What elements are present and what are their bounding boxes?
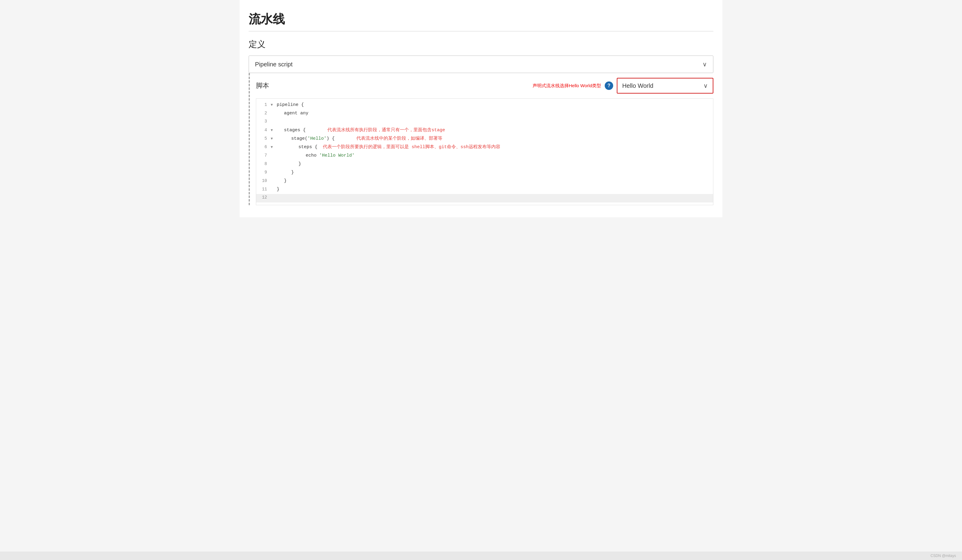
line-number: 11 (256, 186, 271, 193)
code-editor[interactable]: 1▼pipeline {2agent any34▼stages { 代表流水线所… (256, 98, 713, 205)
code-line: 10} (256, 177, 713, 186)
line-content: stage('Hello') { 代表流水线中的某个阶段，如编译、部署等 (276, 135, 713, 143)
page-title: 流水线 (249, 6, 713, 31)
line-number: 6 (256, 144, 271, 151)
code-line: 12 (256, 194, 713, 202)
code-token-comment: 代表一个阶段所要执行的逻辑，里面可以是 shell脚本、git命令、ssh远程发… (318, 145, 500, 150)
line-arrow: ▼ (271, 144, 276, 150)
code-line: 1▼pipeline { (256, 101, 713, 110)
line-number: 1 (256, 102, 271, 109)
section-title: 定义 (249, 39, 713, 50)
line-content: stages { 代表流水线所有执行阶段，通常只有一个，里面包含stage (276, 126, 713, 134)
code-token-keyword: ) { (326, 136, 335, 141)
code-line: 2agent any (256, 110, 713, 118)
script-header-right: 声明式流水线选择Hello World类型 ? Hello World ∨ (533, 78, 713, 94)
line-content: } (276, 160, 713, 168)
bottom-bar: CSDN @mitays (0, 552, 962, 560)
code-line: 6▼steps { 代表一个阶段所要执行的逻辑，里面可以是 shell脚本、gi… (256, 143, 713, 152)
hint-text: 声明式流水线选择Hello World类型 (533, 83, 601, 89)
line-arrow: ▼ (271, 136, 276, 142)
line-number: 12 (256, 194, 271, 201)
line-number: 4 (256, 127, 271, 134)
code-token-comment: 代表流水线所有执行阶段，通常只有一个，里面包含stage (306, 127, 445, 133)
pipeline-script-select[interactable]: Pipeline script ∨ (249, 56, 713, 73)
hello-world-dropdown[interactable]: Hello World ∨ (617, 78, 713, 94)
code-line: 11} (256, 186, 713, 194)
line-number: 3 (256, 118, 271, 125)
code-token-keyword: steps { (299, 145, 318, 150)
code-token-comment: 代表流水线中的某个阶段，如编译、部署等 (335, 136, 442, 141)
code-token-keyword: stage( (291, 136, 307, 141)
line-number: 9 (256, 169, 271, 176)
script-section: 脚本 声明式流水线选择Hello World类型 ? Hello World ∨… (249, 73, 713, 205)
code-token-keyword: echo (306, 153, 319, 158)
code-line: 8} (256, 160, 713, 169)
code-line: 7echo 'Hello World' (256, 152, 713, 160)
code-token-string: 'Hello World' (319, 153, 355, 158)
code-line: 4▼stages { 代表流水线所有执行阶段，通常只有一个，里面包含stage (256, 126, 713, 135)
code-token-keyword: pipeline { (277, 102, 304, 107)
script-label: 脚本 (256, 81, 269, 90)
pipeline-script-select-wrapper[interactable]: Pipeline script ∨ (249, 55, 713, 73)
line-content: echo 'Hello World' (276, 152, 713, 160)
line-number: 8 (256, 160, 271, 168)
line-number: 7 (256, 152, 271, 159)
line-number: 2 (256, 110, 271, 117)
code-line: 9} (256, 169, 713, 177)
line-arrow: ▼ (271, 127, 276, 133)
line-arrow: ▼ (271, 102, 276, 108)
script-header: 脚本 声明式流水线选择Hello World类型 ? Hello World ∨ (256, 73, 713, 97)
page-container: 流水线 定义 Pipeline script ∨ 脚本 声明式流水线选择Hell… (240, 0, 722, 217)
code-line: 5▼stage('Hello') { 代表流水线中的某个阶段，如编译、部署等 (256, 135, 713, 143)
watermark: CSDN @mitays (931, 554, 956, 558)
code-token-keyword: stages { (284, 127, 306, 133)
line-number: 10 (256, 178, 271, 185)
line-content: } (276, 177, 713, 185)
pipeline-script-label: Pipeline script (255, 61, 293, 68)
help-icon[interactable]: ? (605, 81, 613, 90)
line-content: steps { 代表一个阶段所要执行的逻辑，里面可以是 shell脚本、git命… (276, 143, 713, 151)
code-line: 3 (256, 118, 713, 126)
hello-world-chevron-icon: ∨ (704, 82, 708, 89)
line-content: } (276, 186, 713, 194)
code-token-keyword: } (277, 187, 279, 192)
code-token-keyword: } (299, 161, 301, 166)
code-token-keyword: } (291, 170, 294, 175)
code-token-string: 'Hello' (307, 136, 326, 141)
line-content: agent any (276, 110, 713, 117)
line-content: } (276, 169, 713, 176)
hello-world-value: Hello World (622, 82, 653, 89)
line-number: 5 (256, 135, 271, 142)
line-content: pipeline { (276, 101, 713, 109)
chevron-down-icon: ∨ (702, 61, 707, 68)
code-token-keyword: } (284, 178, 287, 184)
code-token-keyword: agent any (284, 111, 308, 116)
